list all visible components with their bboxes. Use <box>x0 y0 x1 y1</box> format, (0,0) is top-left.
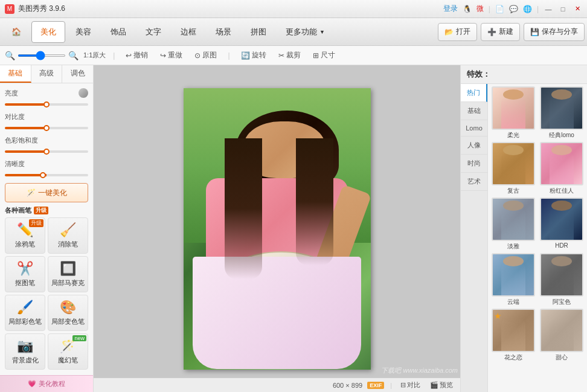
color-brush-icon: 🖌️ <box>17 300 33 315</box>
chat-icon[interactable]: 💬 <box>509 5 518 13</box>
right-panel: 特效： 热门 基础 Lomo 人像 时尚 艺术 <box>460 65 587 392</box>
undo-label: 撤销 <box>133 50 148 60</box>
tab-border[interactable]: 边框 <box>172 21 205 43</box>
brush-cutout[interactable]: ✂️ 抠图笔 <box>5 256 45 292</box>
brightness-auto[interactable] <box>79 88 88 98</box>
home-icon: 🏠 <box>11 27 21 36</box>
weibo-icon[interactable]: 微 <box>476 4 484 14</box>
original-button[interactable]: ⊙ 原图 <box>191 49 220 62</box>
mosaic-icon: 🔲 <box>60 261 76 277</box>
oneclick-label: 一键美化 <box>38 188 67 198</box>
maximize-button[interactable]: □ <box>558 4 568 14</box>
tab-scene-label: 场景 <box>216 27 231 37</box>
brightness-slider[interactable] <box>5 103 88 106</box>
tab-accessories[interactable]: 饰品 <box>101 21 135 43</box>
rotate-button[interactable]: 🔄 旋转 <box>237 49 270 62</box>
tab-face[interactable]: 美容 <box>66 21 100 43</box>
crop-icon: ✂ <box>278 51 284 60</box>
original-icon: ⊙ <box>194 51 200 60</box>
cat-portrait[interactable]: 人像 <box>461 137 487 155</box>
open-button[interactable]: 📂 打开 <box>438 23 477 41</box>
tab-text[interactable]: 文字 <box>136 21 170 43</box>
close-button[interactable]: ✕ <box>573 4 582 14</box>
effect-cloud-name: 云端 <box>507 298 519 306</box>
effect-vintage[interactable]: 复古 <box>490 142 536 195</box>
watermark: 下载吧 www.xiazaiba.com <box>381 366 458 375</box>
brightness-row: 亮度 <box>5 88 88 108</box>
color-brush-label: 局部彩色笔 <box>8 317 42 326</box>
effect-lomo-name: 经典lomo <box>549 131 574 140</box>
new-icon: ➕ <box>487 28 496 36</box>
sharpness-slider[interactable] <box>5 174 88 176</box>
effect-lomo[interactable]: 经典lomo <box>539 86 585 140</box>
brush-magic[interactable]: new 🪄 魔幻笔 <box>48 333 88 370</box>
effect-lomo-thumb <box>540 86 583 130</box>
brush-change-color[interactable]: 🎨 局部变色笔 <box>48 295 88 331</box>
canvas-status: 600 × 899 EXIF | ⊟ 对比 🎬 预览 <box>94 378 460 392</box>
effect-soft[interactable]: 柔光 <box>490 86 536 140</box>
heart-icon: 💗 <box>28 380 36 388</box>
sep4: | <box>228 51 229 60</box>
crop-button[interactable]: ✂ 裁剪 <box>275 49 304 62</box>
file-icon[interactable]: 📄 <box>495 5 504 13</box>
compare-label: 对比 <box>407 381 420 390</box>
browser-icon[interactable]: 🌐 <box>523 5 532 13</box>
cat-popular[interactable]: 热门 <box>461 84 487 102</box>
new-button[interactable]: ➕ 新建 <box>481 23 520 41</box>
effect-abao[interactable]: 阿宝色 <box>539 253 585 306</box>
contrast-slider[interactable] <box>5 127 88 129</box>
effect-flower[interactable]: ★ 花之恋 <box>490 309 536 362</box>
effect-pink-name: 粉红佳人 <box>550 187 574 195</box>
magic-badge: new <box>72 335 86 341</box>
brush-color[interactable]: 🖌️ 局部彩色笔 <box>5 295 45 331</box>
cat-fashion[interactable]: 时尚 <box>461 155 487 173</box>
open-icon: 📂 <box>444 28 454 36</box>
tab-face-label: 美容 <box>75 27 91 37</box>
minimize-button[interactable]: — <box>544 4 553 14</box>
cat-lomo[interactable]: Lomo <box>461 120 487 137</box>
tab-basic[interactable]: 基础 <box>0 65 31 83</box>
titlebar-right: 登录 🐧 微 | 📄 💬 🌐 | — □ ✕ <box>443 4 582 14</box>
home-button[interactable]: 🏠 <box>2 21 30 43</box>
person-figure <box>184 88 371 370</box>
saturation-slider[interactable] <box>5 150 88 153</box>
saturation-label: 色彩饱和度 <box>5 136 38 145</box>
tab-collage[interactable]: 拼图 <box>242 21 275 43</box>
brush-blur-bg[interactable]: 📷 背景虚化 <box>5 333 45 370</box>
resize-button[interactable]: ⊞ 尺寸 <box>309 49 339 62</box>
undo-button[interactable]: ↩ 撤销 <box>122 49 152 62</box>
preview-button[interactable]: 🎬 预览 <box>428 379 455 391</box>
tab-more[interactable]: 更多功能 ▼ <box>277 21 334 43</box>
tab-beauty[interactable]: 美化 <box>31 21 65 43</box>
effect-hdr[interactable]: HDR <box>539 198 585 251</box>
magic-label: 魔幻笔 <box>58 356 78 365</box>
cat-art[interactable]: 艺术 <box>461 173 487 191</box>
zoom-in-icon[interactable]: 🔍 <box>68 51 79 60</box>
redo-button[interactable]: ↪ 重做 <box>156 49 186 62</box>
dropdown-icon: ▼ <box>319 29 325 35</box>
compare-button[interactable]: ⊟ 对比 <box>398 379 423 391</box>
brush-graffiti[interactable]: 升级 ✏️ 涂鸦笔 <box>5 217 45 254</box>
tutorial-button[interactable]: 💗 美化教程 <box>0 375 93 392</box>
tab-scene[interactable]: 场景 <box>207 21 240 43</box>
undo-icon: ↩ <box>126 51 132 60</box>
brush-eraser[interactable]: 🧹 消除笔 <box>48 217 88 254</box>
effect-cloud[interactable]: 云端 <box>490 253 536 306</box>
effect-elegant[interactable]: 淡雅 <box>490 198 536 251</box>
tab-color-tone[interactable]: 调色 <box>62 65 93 83</box>
save-button[interactable]: 💾 保存与分享 <box>524 23 585 41</box>
effect-pink[interactable]: 粉红佳人 <box>539 142 585 195</box>
exif-badge[interactable]: EXIF <box>367 382 384 389</box>
cutout-icon: ✂️ <box>17 261 33 277</box>
oneclick-beauty-button[interactable]: 🪄 一键美化 <box>5 183 88 202</box>
sep1: | <box>489 5 490 13</box>
effect-sweet[interactable]: 甜心 <box>539 309 585 362</box>
sharpness-label: 清晰度 <box>5 159 25 169</box>
login-link[interactable]: 登录 <box>443 4 458 14</box>
zoom-slider[interactable] <box>18 54 66 57</box>
cat-basic[interactable]: 基础 <box>461 102 487 120</box>
qq-icon[interactable]: 🐧 <box>463 5 472 13</box>
brush-mosaic[interactable]: 🔲 局部马赛克 <box>48 256 88 292</box>
tab-advanced[interactable]: 高级 <box>31 65 63 83</box>
zoom-out-icon[interactable]: 🔍 <box>5 51 15 60</box>
